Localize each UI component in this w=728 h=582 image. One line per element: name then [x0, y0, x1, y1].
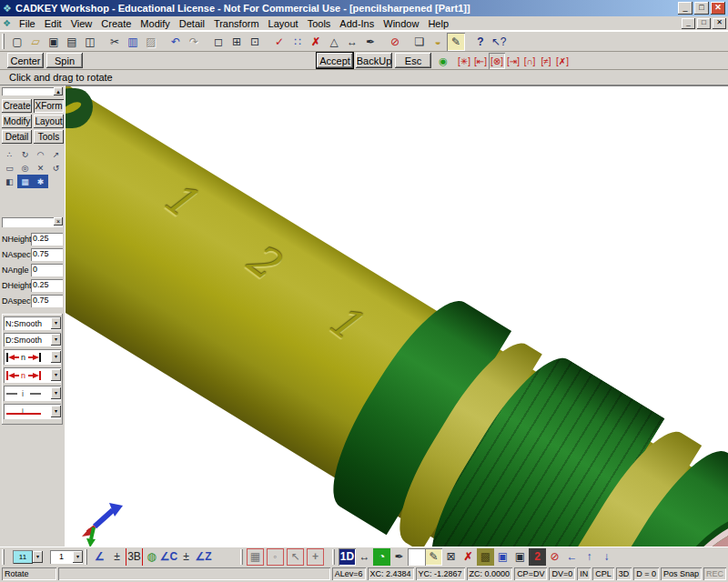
- view-number-icon[interactable]: 3B: [126, 548, 143, 566]
- tab-create[interactable]: Create: [2, 99, 32, 113]
- field-input[interactable]: 0: [31, 264, 63, 276]
- level-combo[interactable]: 1: [50, 550, 83, 564]
- pen-mode-icon[interactable]: ✒: [390, 548, 408, 566]
- toolbar-grip[interactable]: [85, 549, 87, 565]
- close-button[interactable]: ✕: [711, 2, 725, 15]
- dropdown-arrow-icon[interactable]: [51, 317, 61, 329]
- cascade-icon[interactable]: ❏: [410, 33, 429, 51]
- save-file-icon[interactable]: ▣: [511, 548, 529, 566]
- scroll-up-icon[interactable]: ▴: [54, 87, 63, 95]
- no-snap-mode-icon[interactable]: ⊘: [546, 548, 563, 566]
- snap-indicator-icon[interactable]: ◉: [435, 53, 451, 69]
- pan-left-icon[interactable]: ←: [563, 548, 581, 566]
- filter-point-icon[interactable]: ◦: [267, 548, 284, 566]
- spin-button[interactable]: Spin: [46, 53, 83, 68]
- part-icon[interactable]: ✎: [447, 33, 465, 51]
- menu-window[interactable]: Window: [379, 17, 423, 30]
- delete-mode-icon[interactable]: ✗: [460, 548, 477, 566]
- xform-corner-icon[interactable]: ◧: [2, 175, 17, 188]
- copy-icon[interactable]: ▥: [124, 33, 142, 51]
- child-restore-button[interactable]: □: [697, 18, 711, 29]
- cplane-axes-icon[interactable]: ∠C: [160, 548, 177, 566]
- redo-icon[interactable]: ↷: [185, 33, 203, 51]
- xform-rotate-icon[interactable]: ↻: [17, 147, 33, 161]
- pan-down-icon[interactable]: ↓: [598, 548, 615, 566]
- restore-button[interactable]: □: [694, 2, 709, 15]
- menu-view[interactable]: View: [66, 17, 97, 30]
- minimize-button[interactable]: _: [678, 2, 693, 15]
- context-help-icon[interactable]: ↖?: [490, 33, 508, 51]
- n-smooth-combo[interactable]: N:Smooth: [4, 316, 61, 330]
- dim-style-n-black[interactable]: n: [4, 349, 61, 365]
- entity-select-icon[interactable]: ∷: [288, 33, 307, 51]
- tab-modify[interactable]: Modify: [2, 115, 32, 128]
- tab-tools[interactable]: Tools: [34, 130, 64, 144]
- blank-color-icon[interactable]: [408, 548, 425, 566]
- dropdown-arrow-icon[interactable]: [51, 406, 61, 417]
- toolbar-grip[interactable]: [240, 549, 243, 565]
- menu-addins[interactable]: Add-Ins: [335, 17, 379, 30]
- status-pos-snap[interactable]: Pos Snap: [661, 567, 702, 580]
- backup-button[interactable]: BackUp: [356, 53, 392, 68]
- dim-style-i-dash[interactable]: i: [4, 386, 61, 401]
- undo-icon[interactable]: ↶: [167, 33, 185, 51]
- xform-translate-icon[interactable]: ∴: [2, 147, 17, 161]
- dim-style-n-red[interactable]: n: [4, 367, 61, 383]
- dim-style-i-solid[interactable]: i: [4, 404, 61, 419]
- menu-detail[interactable]: Detail: [175, 17, 209, 30]
- palette-divider-strip[interactable]: ×: [2, 217, 63, 227]
- material-icon[interactable]: ▩: [477, 548, 494, 566]
- menu-help[interactable]: Help: [423, 17, 453, 30]
- dropdown-arrow-icon[interactable]: [51, 334, 61, 346]
- window-x-icon[interactable]: ⊠: [442, 548, 460, 566]
- filter-all-icon[interactable]: ▦: [247, 548, 264, 566]
- snap-star-icon[interactable]: [✳]: [456, 53, 472, 69]
- axes-toggle-icon[interactable]: ±: [108, 548, 126, 566]
- save-icon[interactable]: ▣: [45, 33, 63, 51]
- menu-edit[interactable]: Edit: [40, 17, 66, 30]
- stretch-icon[interactable]: ↔: [343, 33, 361, 51]
- xform-mirror-icon[interactable]: ↗: [48, 147, 64, 161]
- xform-gears-icon[interactable]: ✱: [33, 175, 48, 188]
- zoom-extents-icon[interactable]: ⊞: [228, 33, 246, 51]
- pen-icon[interactable]: ✒: [361, 33, 379, 51]
- tab-layout[interactable]: Layout: [34, 115, 64, 128]
- xform-circular-icon[interactable]: ↺: [48, 161, 64, 175]
- dropdown-arrow-icon[interactable]: [51, 351, 61, 363]
- open-icon[interactable]: ▱: [26, 33, 45, 51]
- new-icon[interactable]: ▢: [8, 33, 26, 51]
- print-icon[interactable]: ▤: [63, 33, 81, 51]
- snap-near-icon[interactable]: [⇥]: [505, 53, 521, 69]
- menu-create[interactable]: Create: [96, 17, 136, 30]
- field-input[interactable]: 0.25: [31, 279, 63, 292]
- field-input[interactable]: 0.25: [31, 233, 63, 246]
- world-axes-icon[interactable]: ∠: [91, 548, 108, 566]
- color-swatch[interactable]: 11: [13, 550, 33, 564]
- center-button[interactable]: Center: [7, 53, 44, 68]
- menu-modify[interactable]: Modify: [136, 17, 174, 30]
- cplane-toggle-icon[interactable]: ±: [177, 548, 195, 566]
- toolbar-grip[interactable]: [332, 549, 335, 565]
- snap-off-icon[interactable]: [✗]: [554, 53, 571, 69]
- dropdown-arrow-icon[interactable]: [51, 369, 61, 381]
- xform-arc-icon[interactable]: ◠: [33, 147, 48, 161]
- import-icon[interactable]: ◫: [81, 33, 99, 51]
- snap-perp-icon[interactable]: [≠]: [538, 53, 554, 69]
- xform-scale-icon[interactable]: ▭: [2, 161, 17, 175]
- select-window-icon[interactable]: ◻: [209, 33, 228, 51]
- xform-project-icon[interactable]: ◎: [17, 161, 33, 175]
- snap-arc-icon[interactable]: [∩]: [521, 53, 538, 69]
- d-smooth-combo[interactable]: D:Smooth: [4, 333, 61, 346]
- filter-corner-icon[interactable]: ↖: [287, 548, 304, 566]
- level-2-icon[interactable]: 2: [529, 548, 546, 566]
- dropdown-arrow-icon[interactable]: [73, 551, 83, 563]
- zoom-window-icon[interactable]: ⊡: [246, 33, 264, 51]
- snap-1d-icon[interactable]: 1D: [339, 548, 356, 566]
- save-view-icon[interactable]: ▣: [494, 548, 511, 566]
- menu-tools[interactable]: Tools: [303, 17, 336, 30]
- verify-icon[interactable]: ✓: [270, 33, 288, 51]
- xform-cross-icon[interactable]: ✕: [33, 161, 48, 175]
- palette-scroll-strip[interactable]: ▴: [2, 87, 63, 95]
- accept-button[interactable]: Accept: [317, 53, 353, 68]
- field-input[interactable]: 0.75: [31, 295, 63, 307]
